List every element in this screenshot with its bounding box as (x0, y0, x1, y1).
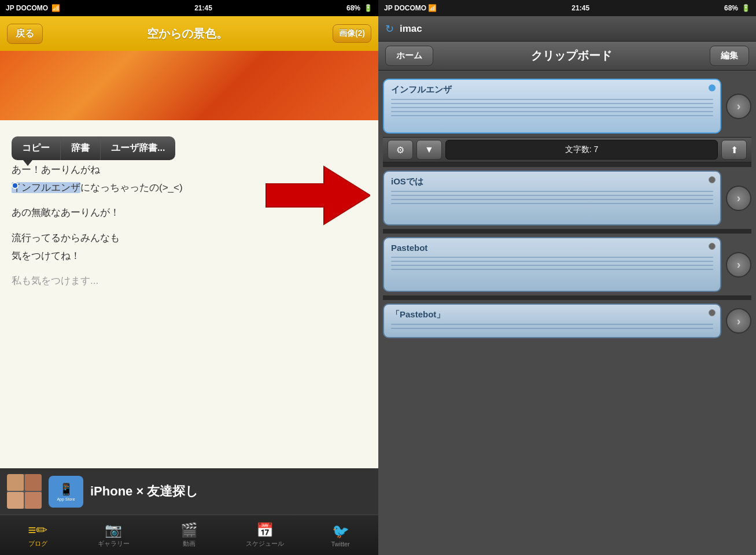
battery-info-left: 68% 🔋 (346, 4, 373, 12)
toolbar-bar: ⚙ ▼ 文字数: 7 ⬆ (383, 137, 751, 162)
text-paragraph-3: 私も気をつけます... (12, 273, 367, 288)
wifi-icon-right: 📶 (428, 4, 437, 12)
appstore-icon: 📱 (59, 482, 73, 496)
time-left: 21:45 (194, 4, 212, 12)
status-bar-right: JP DOCOMO 📶 21:45 68% 🔋 (378, 0, 756, 16)
cursor-end (297, 193, 304, 200)
status-bar-left: JP DOCOMO 📶 21:45 68% 🔋 (0, 0, 378, 16)
tab-blog[interactable]: ≡✏ ブログ (0, 522, 76, 548)
card-lines-4 (391, 324, 713, 329)
clipboard-item-4[interactable]: 「Pastebot」 › (383, 300, 751, 342)
settings-btn[interactable]: ⚙ (388, 140, 413, 160)
dict-menu-item[interactable]: 辞書 (61, 136, 101, 160)
clipboard-text-2: iOSでは (391, 176, 423, 186)
clipboard-card-1[interactable]: インフルエンザ (383, 79, 721, 134)
ad-banner[interactable]: 📱 App Store iPhone × 友達探し (0, 468, 378, 515)
back-button[interactable]: 戻る (7, 24, 43, 44)
separator-3 (383, 295, 751, 300)
clipboard-item-1[interactable]: インフルエンザ › (383, 75, 751, 137)
time-right: 21:45 (571, 4, 589, 12)
clipboard-item-2[interactable]: iOSでは › (383, 167, 751, 229)
schedule-icon: 📅 (256, 522, 274, 538)
carrier-right: JP DOCOMO (384, 4, 426, 12)
tab-schedule[interactable]: 📅 スケジュール (227, 522, 303, 548)
ad-faces (7, 474, 42, 509)
header-image (0, 51, 378, 120)
image-button[interactable]: 画像(2) (333, 24, 371, 43)
text-line-5: 気をつけてね！ (12, 248, 367, 264)
clipboard-text-4: 「Pastebot」 (391, 309, 445, 319)
inactive-dot-2 (709, 176, 716, 183)
video-label: 動画 (183, 539, 196, 548)
device-name: imac (400, 23, 422, 35)
card-lines-1 (391, 99, 713, 116)
chevron-btn-2[interactable]: › (726, 186, 751, 211)
carrier-left: JP DOCOMO (6, 4, 48, 12)
text-paragraph-2: 流行ってるからみんなも 気をつけてね！ (12, 230, 367, 264)
chevron-btn-1[interactable]: › (726, 94, 751, 119)
card-lines-3 (391, 257, 713, 270)
text-paragraph-1: あの無敵なあーりんが！ (12, 205, 367, 220)
blog-icon: ≡✏ (28, 522, 47, 538)
battery-left: 68% (346, 4, 360, 12)
schedule-label: スケジュール (246, 539, 284, 548)
clipboard-card-4[interactable]: 「Pastebot」 (383, 304, 721, 338)
inactive-dot-3 (709, 243, 716, 250)
copy-menu-item[interactable]: コピー (12, 136, 61, 160)
share-btn[interactable]: ⬆ (721, 140, 747, 160)
ad-title: iPhone × 友達探し (90, 483, 198, 500)
content-area-left: コピー 辞書 ユーザ辞書... あー！あーりんがね インフルエンザになっちゃった… (0, 51, 378, 468)
nav-bar-left: 戻る 空からの景色。 画像(2) (0, 16, 378, 51)
top-bar-right: ↻ imac (378, 16, 756, 42)
refresh-icon[interactable]: ↻ (385, 23, 394, 35)
edit-button[interactable]: 編集 (710, 46, 749, 66)
page-title-left: 空からの景色。 (147, 26, 228, 42)
left-panel: JP DOCOMO 📶 21:45 68% 🔋 戻る 空からの景色。 画像(2)… (0, 0, 378, 555)
battery-right: 68% (724, 4, 738, 12)
highlighted-text: インフルエンザ (12, 182, 80, 193)
home-button[interactable]: ホーム (385, 46, 433, 66)
clipboard-list: インフルエンザ › ⚙ ▼ 文字数: 7 ⬆ iOSでは (378, 71, 756, 555)
tab-gallery[interactable]: 📷 ギャラリー (76, 522, 152, 548)
clipboard-card-2[interactable]: iOSでは (383, 171, 721, 225)
twitter-icon: 🐦 (332, 523, 349, 539)
right-panel: JP DOCOMO 📶 21:45 68% 🔋 ↻ imac ホーム クリップボ… (378, 0, 756, 555)
text-line-highlighted: インフルエンザになっちゃったの(>_<) (12, 180, 367, 195)
chevron-btn-4[interactable]: › (726, 308, 751, 334)
battery-icon-left: 🔋 (364, 4, 373, 12)
text-line-faded: 私も気をつけます... (12, 273, 367, 288)
ad-content: iPhone × 友達探し (90, 483, 198, 500)
chevron-btn-3[interactable]: › (726, 252, 751, 278)
video-icon: 🎬 (180, 522, 198, 538)
page-title-right: クリップボード (531, 48, 612, 64)
ad-appstore-badge: 📱 App Store (49, 476, 83, 508)
appstore-label: App Store (57, 497, 75, 501)
bottom-tab-bar-left: ≡✏ ブログ 📷 ギャラリー 🎬 動画 📅 スケジュール 🐦 Twitter (0, 515, 378, 555)
nav-bar-right: ホーム クリップボード 編集 (378, 42, 756, 71)
blog-label: ブログ (28, 539, 47, 548)
twitter-label: Twitter (331, 541, 349, 547)
user-dict-menu-item[interactable]: ユーザ辞書... (101, 136, 175, 160)
inactive-dot-4 (709, 309, 716, 316)
active-dot-1 (709, 84, 716, 91)
card-lines-2 (391, 191, 713, 204)
gallery-label: ギャラリー (98, 539, 130, 548)
filter-btn[interactable]: ▼ (416, 140, 442, 160)
separator-2 (383, 229, 751, 234)
clipboard-item-3[interactable]: Pastebot › (383, 234, 751, 295)
article-content: あー！あーりんがね インフルエンザになっちゃったの(>_<) あの無敵なあーりん… (0, 155, 378, 295)
tab-twitter[interactable]: 🐦 Twitter (303, 523, 378, 547)
text-line-1: あー！あーりんがね (12, 162, 367, 177)
battery-icon-right: 🔋 (742, 4, 750, 12)
tab-video[interactable]: 🎬 動画 (152, 522, 227, 548)
status-right-left-info: JP DOCOMO 📶 (384, 4, 437, 12)
clipboard-card-3[interactable]: Pastebot (383, 237, 721, 292)
context-menu: コピー 辞書 ユーザ辞書... (12, 136, 175, 160)
char-count-display: 文字数: 7 (445, 140, 718, 160)
clipboard-text-3: Pastebot (391, 243, 427, 253)
text-line-4: 流行ってるからみんなも (12, 230, 367, 246)
clipboard-text-1: インフルエンザ (391, 84, 452, 94)
status-left-info: JP DOCOMO 📶 (6, 4, 60, 12)
char-count-text: 文字数: 7 (565, 145, 599, 155)
text-line-3: あの無敵なあーりんが！ (12, 205, 367, 220)
